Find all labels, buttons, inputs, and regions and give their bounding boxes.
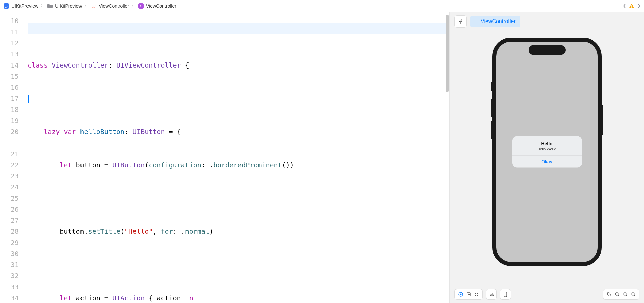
scrollbar-thumb[interactable] [446,15,449,92]
preview-alert: Hello Hello World Okay [512,136,582,167]
svg-rect-0 [4,3,9,9]
alert-ok-button[interactable]: Okay [512,155,582,167]
zoom-controls[interactable]: 1 [603,289,639,300]
breadcrumb-item-project[interactable]: UIKitPreview [3,3,38,9]
play-icon [458,292,463,297]
zoom-out-fit-icon [607,292,611,297]
grid-icon [474,292,479,297]
preview-mode-buttons[interactable] [454,289,483,300]
svg-line-27 [634,295,635,296]
breadcrumb-label: ViewController [146,3,176,9]
breadcrumb: UIKitPreview 〉 UIKitPreview 〉 ViewContro… [3,3,176,9]
breadcrumb-label: UIKitPreview [55,3,82,9]
zoom-in-icon [631,292,636,297]
chevron-left-icon[interactable] [623,3,627,9]
line-number-gutter: 1011121314151617181920 21222324252627282… [0,12,28,303]
device-icon [504,292,507,297]
preview-canvas: ViewController Hello Hello World Okay [449,12,644,303]
jump-bar: UIKitPreview 〉 UIKitPreview 〉 ViewContro… [0,0,644,12]
svg-rect-13 [489,293,492,294]
chevron-right-icon: 〉 [130,3,137,9]
source-editor[interactable]: 1011121314151617181920 21222324252627282… [0,12,449,303]
code-area[interactable]: class ViewController: UIViewController {… [28,12,449,303]
svg-text:1: 1 [624,293,626,295]
svg-rect-5 [474,19,478,24]
chevron-right-icon: 〉 [40,3,46,9]
current-line-highlight [28,23,449,34]
viewcontroller-icon [473,19,479,24]
class-icon: C [138,3,144,9]
svg-rect-9 [475,293,476,294]
pin-preview-button[interactable] [454,15,467,28]
svg-text:C: C [140,4,142,8]
pin-icon [458,19,463,24]
app-icon [3,3,9,9]
svg-rect-11 [475,295,476,296]
breadcrumb-item-file[interactable]: ViewController [91,3,129,9]
chevron-right-icon: 〉 [83,3,89,9]
breadcrumb-label: ViewController [99,3,129,9]
swift-icon [91,3,97,9]
zoom-actual-icon: 1 [623,292,628,297]
svg-rect-4 [631,7,632,8]
svg-rect-15 [504,292,507,297]
variants-icon [489,292,494,296]
svg-rect-12 [477,295,478,296]
svg-line-20 [618,295,619,296]
device-orientation-button[interactable] [500,289,511,300]
svg-rect-3 [631,5,632,7]
svg-point-16 [607,293,610,295]
device-preview[interactable]: Hello Hello World Okay [492,38,602,266]
text-cursor [28,95,29,103]
warning-icon[interactable] [629,3,635,9]
svg-line-23 [626,295,627,296]
selectable-icon [466,292,471,297]
preview-scene-pill[interactable]: ViewController [470,16,520,27]
zoom-out-icon [615,292,620,297]
vertical-scrollbar[interactable] [445,12,449,303]
svg-rect-14 [490,295,494,296]
folder-icon [47,4,53,8]
breadcrumb-label: UIKitPreview [11,3,38,9]
chevron-right-icon[interactable] [637,3,641,9]
alert-message: Hello World [516,147,578,151]
scene-label: ViewController [481,18,516,25]
device-settings-button[interactable] [486,289,497,300]
alert-title: Hello [516,141,578,146]
breadcrumb-item-folder[interactable]: UIKitPreview [47,3,82,9]
svg-line-17 [610,295,611,296]
breadcrumb-item-symbol[interactable]: C ViewController [138,3,176,9]
svg-rect-10 [477,293,478,294]
